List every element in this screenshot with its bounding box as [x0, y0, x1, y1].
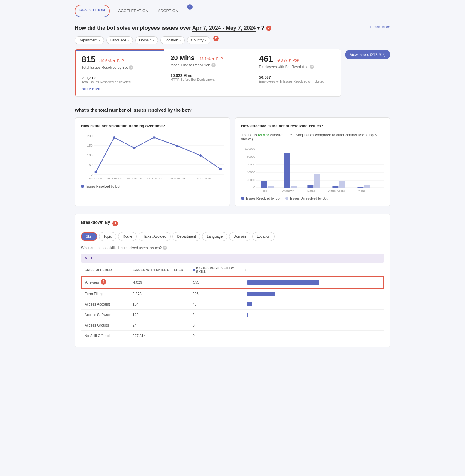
- breakdown-tab-skill[interactable]: Skill: [81, 232, 97, 241]
- filter-location[interactable]: Location▾: [160, 36, 184, 44]
- info-icon-breakdown[interactable]: ?: [163, 246, 167, 250]
- legend-unresolved: Issues Unresolved by Bot: [290, 197, 328, 200]
- cell-offered: 4,029: [133, 280, 193, 285]
- svg-text:2024-04-08: 2024-04-08: [106, 177, 122, 180]
- svg-point-11: [113, 136, 116, 139]
- step2-badge: 2: [266, 26, 272, 31]
- filter-country[interactable]: Country▾: [187, 36, 210, 44]
- svg-text:80000: 80000: [247, 155, 255, 158]
- info-icon-resolved[interactable]: ?: [129, 65, 133, 70]
- metric-sub-employees: 56,587 Employees with Issues Resolved or…: [259, 75, 335, 83]
- breakdown-title: Breakdown By: [81, 220, 110, 225]
- svg-text:2024-04-15: 2024-04-15: [127, 177, 142, 180]
- breakdown-tab-domain[interactable]: Domain: [229, 232, 250, 241]
- cell-resolved: 0: [193, 334, 247, 338]
- line-chart-card: How is the bot resolution trending over …: [75, 117, 230, 206]
- svg-rect-35: [261, 181, 267, 188]
- cell-skill: Form Filling: [85, 292, 133, 296]
- table-row[interactable]: Answers4 4,029 555: [81, 276, 384, 289]
- view-issues-button[interactable]: View Issues (212,707): [345, 50, 390, 59]
- breakdown-tab-location[interactable]: Location: [252, 232, 275, 241]
- svg-text:2024-04-01: 2024-04-01: [88, 177, 104, 180]
- filter-language[interactable]: Language▾: [106, 36, 133, 44]
- svg-text:2024-04-29: 2024-04-29: [170, 177, 185, 180]
- cell-offered: 102: [133, 313, 193, 317]
- metrics-row: 815 -10.6 % ▼ PoP Total Issues Resolved …: [75, 49, 341, 97]
- svg-rect-36: [268, 186, 274, 188]
- bar-chart-legend: Issues Resolved by Bot Issues Unresolved…: [241, 197, 384, 200]
- metric-card-meantime[interactable]: 20 Mins -43.4 % ▼ PoP Mean Time to Resol…: [164, 49, 253, 96]
- svg-point-12: [133, 147, 136, 149]
- line-chart-legend: Issues Resolved by Bot: [81, 185, 224, 188]
- table-row[interactable]: No Skill Offered 207,814 0: [81, 331, 384, 341]
- breakdown-tabs: Skill Topic Route Ticket Avoided Departm…: [81, 232, 384, 241]
- sort-icon-resolved[interactable]: ↓: [245, 268, 247, 272]
- cell-bar: [247, 313, 380, 317]
- page-title: How did the bot solve employees issues o…: [75, 25, 272, 32]
- cell-bar: [247, 334, 380, 338]
- metric-change-meantime: -43.4 % ▼ PoP: [198, 57, 223, 61]
- svg-rect-37: [284, 153, 290, 188]
- metric-label-meantime: Mean Time to Resolution ?: [170, 63, 247, 67]
- tab-acceleration[interactable]: ACCELERATION: [117, 5, 149, 17]
- table-row[interactable]: Access Account 104 45: [81, 299, 384, 310]
- metric-change-resolved: -10.6 % ▼ PoP: [99, 59, 124, 63]
- cell-resolved: 0: [193, 323, 247, 327]
- cell-offered: 24: [133, 323, 193, 327]
- breakdown-section: Breakdown By 3 Skill Topic Route Ticket …: [75, 214, 390, 347]
- deep-dive-link[interactable]: DEEP DIVE: [82, 87, 158, 91]
- info-icon-employees[interactable]: ?: [310, 65, 314, 69]
- cell-resolved: 45: [193, 302, 247, 306]
- question-suffix: ▾ ?: [257, 25, 265, 31]
- cell-skill: Access Groups: [85, 323, 133, 327]
- line-chart: 200 150 100 50 0 2: [81, 133, 224, 181]
- svg-text:2024-04-22: 2024-04-22: [146, 177, 162, 180]
- learn-more-link[interactable]: Learn More: [370, 25, 390, 29]
- svg-text:150: 150: [87, 144, 93, 147]
- tab-resolution[interactable]: RESOLUTION: [75, 5, 110, 17]
- breakdown-tab-topic[interactable]: Topic: [99, 232, 116, 241]
- svg-text:40000: 40000: [247, 170, 255, 173]
- tab-adoption[interactable]: ADOPTION: [157, 5, 179, 17]
- metric-card-resolved[interactable]: 815 -10.6 % ▼ PoP Total Issues Resolved …: [75, 49, 164, 96]
- table-row[interactable]: Access Software 102 3: [81, 310, 384, 320]
- svg-point-14: [176, 145, 179, 147]
- cell-resolved: 226: [193, 292, 247, 296]
- table-row[interactable]: Access Groups 24 0: [81, 320, 384, 331]
- svg-text:2024-05-06: 2024-05-06: [196, 177, 212, 180]
- cell-skill: Access Software: [85, 313, 133, 317]
- filter-domain[interactable]: Domain▾: [135, 36, 158, 44]
- svg-text:Virtual Agent: Virtual Agent: [328, 189, 345, 192]
- legend-resolved: Issues Resolved by Bot: [246, 197, 280, 200]
- cell-bar: [247, 323, 380, 327]
- metric-card-employees[interactable]: 461 -9.8 % ▼ PoP Employees with Bot Reso…: [253, 49, 341, 96]
- breakdown-tab-language[interactable]: Language: [202, 232, 227, 241]
- svg-text:20000: 20000: [247, 178, 255, 181]
- svg-rect-39: [308, 185, 314, 188]
- metric-sub-meantime: 10,022 Mins MTTR Before Bot Deployment: [170, 73, 247, 81]
- svg-rect-42: [339, 181, 345, 188]
- step4-badge: 4: [101, 279, 106, 285]
- metric-label-employees: Employees with Bot Resolution ?: [259, 65, 335, 69]
- cell-bar: [247, 280, 380, 285]
- table-header-text: A... F...: [85, 256, 96, 260]
- line-chart-title: How is the bot resolution trending over …: [81, 124, 224, 128]
- date-range-selector[interactable]: Apr 7, 2024 - May 7, 2024: [192, 25, 256, 32]
- metric-value-employees: 461: [259, 54, 273, 64]
- svg-point-13: [153, 136, 155, 139]
- filter-department[interactable]: Department▾: [75, 36, 104, 44]
- svg-text:Phone: Phone: [357, 189, 365, 192]
- svg-text:100000: 100000: [245, 147, 255, 150]
- table-row[interactable]: Form Filling 2,373 226: [81, 289, 384, 299]
- breakdown-tab-ticket-avoided[interactable]: Ticket Avoided: [139, 232, 171, 241]
- effectiveness-value: 69.5 %: [258, 133, 269, 137]
- cell-skill: Answers4: [85, 280, 133, 285]
- info-icon-meantime[interactable]: ?: [212, 63, 216, 67]
- svg-text:100: 100: [87, 153, 93, 157]
- col-header-resolved[interactable]: ISSUES RESOLVED BY SKILL ↓: [193, 266, 247, 273]
- cell-offered: 104: [133, 302, 193, 306]
- breakdown-tab-department[interactable]: Department: [172, 232, 200, 241]
- nav-tabs: RESOLUTION ACCELERATION ADOPTION 1: [75, 5, 390, 17]
- svg-text:50: 50: [89, 163, 92, 166]
- breakdown-tab-route[interactable]: Route: [118, 232, 137, 241]
